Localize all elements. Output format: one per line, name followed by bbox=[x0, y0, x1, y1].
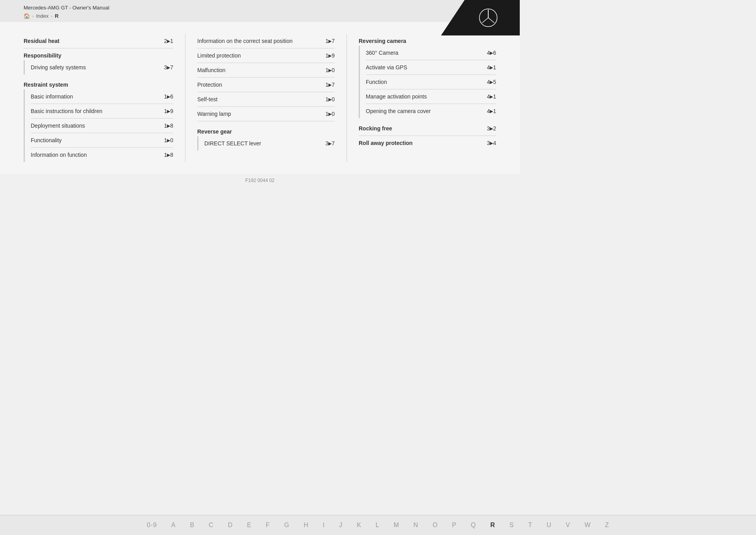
entry-label: Restraint system bbox=[24, 82, 173, 88]
entry-page: 2▶1 bbox=[164, 38, 173, 44]
entry-label: DIRECT SELECT lever bbox=[204, 140, 325, 147]
main-content: Residual heat 2▶1 Responsibility Driving… bbox=[0, 22, 520, 174]
entry-label: Information on function bbox=[31, 152, 164, 158]
entry-label: Basic information bbox=[31, 93, 164, 100]
nav-item-l[interactable]: L bbox=[372, 520, 383, 530]
entry-label: Reversing camera bbox=[359, 38, 496, 44]
entry-activate-via-gps[interactable]: Activate via GPS 4▶1 bbox=[366, 60, 496, 75]
page-header: Mercedes-AMG GT - Owner's Manual 🏠 › Ind… bbox=[0, 0, 520, 22]
entry-deployment-situations[interactable]: Deployment situations 1▶8 bbox=[31, 119, 173, 133]
document-id: F192 0044 02 bbox=[0, 174, 520, 207]
entry-label: Residual heat bbox=[24, 38, 164, 44]
nav-item-h[interactable]: H bbox=[300, 520, 312, 530]
entry-functionality[interactable]: Functionality 1▶0 bbox=[31, 133, 173, 148]
entry-page: 1▶0 bbox=[325, 67, 335, 73]
restraint-sub: Basic information 1▶6 Basic instructions… bbox=[24, 89, 173, 162]
entry-page: 3▶2 bbox=[487, 125, 496, 132]
nav-item-g[interactable]: G bbox=[281, 520, 293, 530]
entry-page: 1▶8 bbox=[164, 123, 173, 129]
column-3: Reversing camera 360° Camera 4▶6 Activat… bbox=[346, 34, 496, 162]
entry-label: Reverse gear bbox=[197, 128, 335, 135]
nav-item-k[interactable]: K bbox=[354, 520, 365, 530]
entry-label: Information on the correct seat position bbox=[197, 38, 322, 44]
entry-basic-instructions-children[interactable]: Basic instructions for children 1▶9 bbox=[31, 104, 173, 119]
document-title: Mercedes-AMG GT - Owner's Manual bbox=[24, 5, 512, 11]
entry-label: Deployment situations bbox=[31, 123, 164, 129]
entry-page: 1▶0 bbox=[164, 137, 173, 143]
nav-item-a[interactable]: A bbox=[168, 520, 179, 530]
entry-label: Roll away protection bbox=[359, 140, 487, 146]
entry-residual-heat[interactable]: Residual heat 2▶1 bbox=[24, 34, 173, 48]
entry-360-camera[interactable]: 360° Camera 4▶6 bbox=[366, 46, 496, 60]
entry-self-test[interactable]: Self-test 1▶0 bbox=[197, 92, 335, 107]
breadcrumb-index[interactable]: Index bbox=[36, 13, 49, 19]
entry-label: Rocking free bbox=[359, 125, 487, 132]
entry-page: 1▶9 bbox=[164, 108, 173, 114]
entry-restraint-system[interactable]: Restraint system bbox=[24, 78, 173, 89]
nav-item-c[interactable]: C bbox=[206, 520, 217, 530]
nav-item-d[interactable]: D bbox=[225, 520, 236, 530]
home-icon[interactable]: 🏠 bbox=[24, 13, 30, 19]
entry-label: Limited protection bbox=[197, 52, 325, 59]
entry-page: 4▶1 bbox=[487, 64, 496, 71]
reversing-camera-sub: 360° Camera 4▶6 Activate via GPS 4▶1 Fun… bbox=[359, 46, 496, 118]
nav-item-m[interactable]: M bbox=[391, 520, 402, 530]
entry-page: 1▶7 bbox=[322, 38, 335, 44]
entry-page: 3▶7 bbox=[325, 140, 335, 147]
entry-function[interactable]: Function 4▶5 bbox=[366, 75, 496, 89]
entry-responsibility[interactable]: Responsibility bbox=[24, 48, 173, 60]
entry-driving-safety[interactable]: Driving safety systems 3▶7 bbox=[31, 60, 173, 74]
entry-protection[interactable]: Protection 1▶7 bbox=[197, 78, 335, 92]
entry-page: 1▶0 bbox=[325, 111, 335, 117]
entry-label: Functionality bbox=[31, 137, 164, 143]
nav-item-09[interactable]: 0-9 bbox=[144, 520, 160, 530]
nav-item-i[interactable]: I bbox=[320, 520, 328, 530]
entry-label: Activate via GPS bbox=[366, 64, 487, 71]
entry-page: 4▶1 bbox=[487, 93, 496, 100]
nav-item-r[interactable]: R bbox=[487, 520, 498, 530]
entry-page: 1▶8 bbox=[164, 152, 173, 158]
entry-label: Responsibility bbox=[24, 52, 173, 59]
breadcrumb: 🏠 › Index › R bbox=[24, 13, 512, 19]
entry-label: Malfunction bbox=[197, 67, 325, 73]
nav-item-q[interactable]: Q bbox=[468, 520, 479, 530]
nav-item-s[interactable]: S bbox=[506, 520, 517, 530]
entry-label: Basic instructions for children bbox=[31, 108, 164, 114]
nav-item-j[interactable]: J bbox=[336, 520, 346, 530]
entry-basic-information[interactable]: Basic information 1▶6 bbox=[31, 89, 173, 104]
entry-direct-select-lever[interactable]: DIRECT SELECT lever 3▶7 bbox=[204, 136, 335, 150]
entry-reverse-gear[interactable]: Reverse gear bbox=[197, 124, 335, 136]
entry-page: 4▶1 bbox=[487, 108, 496, 114]
entry-page: 4▶6 bbox=[487, 50, 496, 56]
breadcrumb-separator-2: › bbox=[51, 14, 52, 19]
entry-roll-away-protection[interactable]: Roll away protection 3▶4 bbox=[359, 136, 496, 150]
entry-page: 1▶9 bbox=[325, 52, 335, 59]
entry-malfunction[interactable]: Malfunction 1▶0 bbox=[197, 63, 335, 78]
nav-item-f[interactable]: F bbox=[263, 520, 273, 530]
entry-limited-protection[interactable]: Limited protection 1▶9 bbox=[197, 48, 335, 63]
nav-item-n[interactable]: N bbox=[410, 520, 422, 530]
nav-item-p[interactable]: P bbox=[449, 520, 460, 530]
entry-label: Function bbox=[366, 79, 487, 85]
entry-label: Opening the camera cover bbox=[366, 108, 487, 114]
entry-reversing-camera[interactable]: Reversing camera bbox=[359, 34, 496, 46]
entry-rocking-free[interactable]: Rocking free 3▶2 bbox=[359, 121, 496, 136]
entry-page: 1▶0 bbox=[325, 96, 335, 102]
entry-page: 4▶5 bbox=[487, 79, 496, 85]
entry-information-on-function[interactable]: Information on function 1▶8 bbox=[31, 148, 173, 162]
nav-item-o[interactable]: O bbox=[430, 520, 441, 530]
entry-opening-camera-cover[interactable]: Opening the camera cover 4▶1 bbox=[366, 104, 496, 118]
bottom-navigation: 0-9 A B C D E F G H I J K L M N O P Q R … bbox=[0, 515, 520, 535]
nav-item-e[interactable]: E bbox=[244, 520, 255, 530]
responsibility-sub: Driving safety systems 3▶7 bbox=[24, 60, 173, 74]
entry-page: 3▶4 bbox=[487, 140, 496, 146]
entry-manage-activation-points[interactable]: Manage activation points 4▶1 bbox=[366, 89, 496, 104]
entry-label: Manage activation points bbox=[366, 93, 487, 100]
mercedes-logo bbox=[478, 8, 498, 28]
nav-item-b[interactable]: B bbox=[187, 520, 198, 530]
entry-page: 3▶7 bbox=[164, 64, 173, 71]
entry-seat-position[interactable]: Information on the correct seat position… bbox=[197, 34, 335, 48]
entry-warning-lamp[interactable]: Warning lamp 1▶0 bbox=[197, 107, 335, 121]
reverse-gear-sub: DIRECT SELECT lever 3▶7 bbox=[197, 136, 335, 150]
entry-page: 1▶6 bbox=[164, 93, 173, 100]
